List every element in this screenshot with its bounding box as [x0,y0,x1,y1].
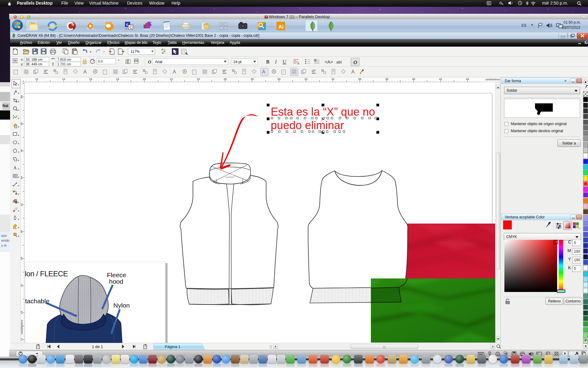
svg-text:Nylon: Nylon [113,302,130,309]
svg-text:32: 32 [304,78,307,81]
svg-text:puedo eliminar: puedo eliminar [271,119,344,132]
svg-text:33. 188 cm: 33. 188 cm [26,58,42,61]
svg-text:lon / FLEECE: lon / FLEECE [25,270,68,278]
svg-text:38: 38 [21,122,23,125]
svg-text:Página 1: Página 1 [165,344,180,349]
svg-text:I: I [275,59,277,64]
svg-text:M: M [567,248,571,253]
svg-text:36: 36 [358,78,361,81]
svg-text:24: 24 [197,78,200,81]
svg-text:Ai: Ai [278,24,284,30]
svg-text:26: 26 [21,284,23,287]
svg-text:0: 0 [574,241,576,245]
svg-text:tachable: tachable [25,297,49,305]
svg-text:0: 0 [574,266,576,271]
svg-text:C: C [568,240,571,244]
svg-text:24 pt: 24 pt [233,60,242,64]
svg-text:C: C [130,25,132,29]
svg-text:A: A [13,166,17,170]
svg-text:36: 36 [21,149,23,152]
svg-text:centímetros: centímetros [21,320,23,334]
svg-text:Y: Y [568,257,571,262]
svg-text:100: 100 [574,258,580,262]
svg-text:100: 100 [574,249,580,254]
svg-text:30: 30 [277,78,281,81]
svg-text:˂A˃: ˂A˃ [325,59,333,64]
svg-text:38: 38 [385,78,388,81]
svg-text:42: 42 [439,78,442,81]
svg-text:28: 28 [251,78,254,81]
svg-text:Esta es la “X” que no: Esta es la “X” que no [271,105,375,118]
svg-text:K: K [568,265,571,270]
svg-text:0.0: 0.0 [98,59,103,63]
svg-text:Arial: Arial [155,60,162,64]
svg-text:centímetros: centímetros [485,78,500,81]
svg-text:16: 16 [89,78,92,81]
svg-text:...: ... [584,77,586,80]
svg-text:20: 20 [143,78,146,81]
svg-text:44: 44 [466,78,469,81]
svg-text:22: 22 [170,78,173,81]
svg-text:y:: y: [21,62,24,66]
svg-text:Fleece: Fleece [107,271,126,278]
svg-text:22: 22 [21,338,23,341]
svg-text:34: 34 [21,176,23,179]
svg-text:U: U [283,59,286,64]
svg-text:26: 26 [224,78,227,81]
svg-text:24: 24 [21,311,23,314]
svg-text:40: 40 [21,95,23,98]
svg-text:28: 28 [21,257,23,260]
svg-text:O: O [148,59,151,64]
svg-text:abΙ: abΙ [336,60,342,64]
svg-text:14: 14 [62,78,65,81]
svg-text:38. 449 cm: 38. 449 cm [26,62,42,66]
svg-text:34: 34 [331,78,334,81]
svg-text:1 de 1: 1 de 1 [92,344,103,349]
svg-text:TA: TA [125,28,127,30]
svg-text:30: 30 [21,230,23,233]
svg-text:32: 32 [21,203,23,206]
svg-text:x:: x: [21,58,24,61]
svg-text:...: ... [578,225,581,229]
svg-text:18: 18 [116,78,119,81]
svg-text:7.819 cm: 7.819 cm [57,58,71,61]
svg-text:1.731 cm: 1.731 cm [57,62,71,66]
svg-text:hood: hood [109,278,123,285]
svg-text:12: 12 [35,78,38,81]
svg-text:117%: 117% [130,49,140,54]
svg-text:B: B [266,59,270,64]
svg-text:40: 40 [412,78,415,81]
svg-text:O: O [353,59,357,65]
svg-text:°: ° [118,59,119,63]
